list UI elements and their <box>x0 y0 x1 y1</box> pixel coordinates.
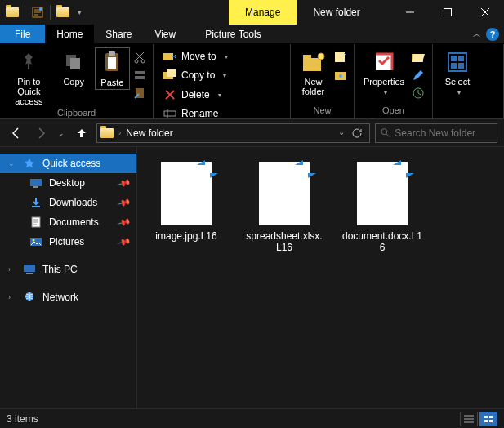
pin-icon: 📌 <box>117 176 132 190</box>
forward-button[interactable] <box>31 123 51 143</box>
file-item[interactable]: document.docx.L16 <box>341 162 423 253</box>
file-thumb <box>357 162 408 225</box>
network-icon <box>23 291 36 304</box>
pin-icon: 📌 <box>117 234 132 249</box>
sidebar-item-downloads[interactable]: Downloads 📌 <box>0 193 136 212</box>
sidebar-item-desktop[interactable]: Desktop 📌 <box>0 173 136 193</box>
close-button[interactable] <box>466 0 504 25</box>
chevron-right-icon[interactable]: › <box>118 128 121 137</box>
address-dropdown-icon[interactable]: ⌄ <box>338 127 345 139</box>
properties-icon <box>371 49 397 75</box>
svg-rect-40 <box>484 416 488 418</box>
new-item-icon[interactable] <box>332 49 349 65</box>
breadcrumb-current[interactable]: New folder <box>126 127 172 139</box>
select-icon <box>444 49 471 75</box>
copy-button[interactable]: Copy <box>55 47 93 87</box>
pin-to-quick-access-button[interactable]: Pin to Quick access <box>5 47 53 106</box>
tab-view[interactable]: View <box>143 25 187 43</box>
new-folder-icon <box>301 49 327 75</box>
cut-icon[interactable] <box>132 49 148 65</box>
large-icons-view-button[interactable] <box>479 412 497 426</box>
tab-picture-tools[interactable]: Picture Tools <box>194 25 272 43</box>
delete-button[interactable]: Delete▾ <box>158 86 226 104</box>
back-button[interactable] <box>7 123 26 143</box>
minimize-button[interactable] <box>391 0 429 25</box>
collapse-ribbon-icon[interactable]: ︿ <box>473 29 481 40</box>
select-button[interactable]: Select ▾ <box>438 47 477 98</box>
sidebar-item-network[interactable]: › Network <box>0 288 136 307</box>
pin-icon: 📌 <box>117 195 132 210</box>
search-icon <box>381 127 390 138</box>
qat-properties-icon[interactable] <box>29 3 47 21</box>
rename-icon <box>163 107 176 120</box>
qat-dropdown-icon[interactable]: ▾ <box>74 3 85 21</box>
status-item-count: 3 items <box>7 413 38 425</box>
details-view-button[interactable] <box>460 412 478 426</box>
easy-access-icon[interactable] <box>332 67 349 83</box>
file-list[interactable]: image.jpg.L16 spreadsheet.xlsx.L16 docum… <box>137 147 504 408</box>
properties-button[interactable]: Properties ▾ <box>359 47 408 98</box>
sidebar-item-pictures[interactable]: Pictures 📌 <box>0 232 136 252</box>
svg-rect-16 <box>164 111 176 116</box>
quick-access-toolbar: ▾ <box>0 0 88 25</box>
svg-rect-2 <box>444 9 452 16</box>
svg-rect-41 <box>489 416 493 418</box>
chevron-right-icon[interactable]: › <box>8 293 11 301</box>
file-thumb <box>161 162 212 225</box>
svg-rect-18 <box>303 55 311 60</box>
tab-home[interactable]: Home <box>45 25 94 43</box>
folder-icon <box>3 3 21 21</box>
up-button[interactable] <box>72 123 91 143</box>
refresh-icon[interactable] <box>351 127 363 139</box>
move-to-button[interactable]: Move to▾ <box>158 47 233 65</box>
folder-icon[interactable] <box>54 3 72 21</box>
context-tab-manage[interactable]: Manage <box>229 0 297 25</box>
svg-rect-37 <box>24 265 35 272</box>
ribbon-tabs: File Home Share View Picture Tools ︿ ? <box>0 25 504 44</box>
address-bar[interactable]: › New folder ⌄ <box>96 123 370 143</box>
recent-dropdown[interactable]: ⌄ <box>56 123 67 143</box>
copy-to-icon <box>163 69 176 82</box>
maximize-button[interactable] <box>429 0 466 25</box>
sidebar-item-documents[interactable]: Documents 📌 <box>0 212 136 232</box>
open-icon[interactable] <box>410 49 426 65</box>
file-name: spreadsheet.xlsx.L16 <box>243 230 325 253</box>
tab-file[interactable]: File <box>0 25 45 43</box>
file-item[interactable]: image.jpg.L16 <box>145 162 227 242</box>
svg-rect-4 <box>70 58 80 69</box>
navigation-pane: ⌄ Quick access Desktop 📌 Downloads 📌 Doc… <box>0 147 137 408</box>
file-name: image.jpg.L16 <box>155 230 216 242</box>
edit-icon[interactable] <box>410 67 426 83</box>
delete-icon <box>163 88 176 101</box>
paste-icon <box>99 50 125 76</box>
svg-rect-7 <box>108 57 116 69</box>
window-title: New folder <box>313 0 359 25</box>
copy-to-button[interactable]: Copy to▾ <box>158 66 233 84</box>
svg-point-19 <box>318 53 324 60</box>
pc-icon <box>23 263 36 276</box>
documents-icon <box>29 216 42 229</box>
search-box[interactable] <box>375 123 497 143</box>
copy-path-icon[interactable] <box>132 67 148 83</box>
svg-rect-33 <box>33 186 38 188</box>
paste-button[interactable]: Paste <box>95 47 130 90</box>
svg-point-36 <box>33 239 35 242</box>
svg-rect-43 <box>489 420 493 422</box>
chevron-down-icon[interactable]: ⌄ <box>8 159 15 167</box>
chevron-right-icon[interactable]: › <box>8 265 11 274</box>
history-icon[interactable] <box>410 85 426 101</box>
desktop-icon <box>29 176 42 189</box>
search-input[interactable] <box>395 127 492 139</box>
tab-share[interactable]: Share <box>94 25 143 43</box>
file-name: document.docx.L16 <box>341 230 423 253</box>
star-icon <box>23 157 36 170</box>
sidebar-item-this-pc[interactable]: › This PC <box>0 260 136 279</box>
paste-shortcut-icon[interactable] <box>132 85 148 101</box>
new-folder-button[interactable]: New folder <box>296 47 331 96</box>
folder-icon <box>100 128 114 138</box>
help-icon[interactable]: ? <box>486 28 499 41</box>
svg-rect-29 <box>451 63 457 69</box>
pin-icon: 📌 <box>117 215 132 230</box>
sidebar-item-quick-access[interactable]: ⌄ Quick access <box>0 154 136 173</box>
file-item[interactable]: spreadsheet.xlsx.L16 <box>243 162 325 253</box>
